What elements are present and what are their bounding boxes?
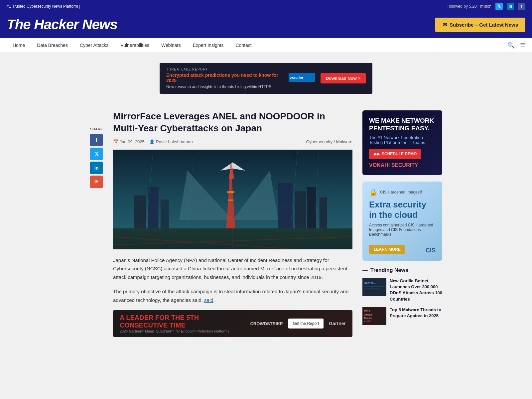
said-link[interactable]: said <box>204 297 213 303</box>
ad-pentest-headline: WE MAKE NETWORK PENTESTING EASY. <box>369 117 436 132</box>
svg-rect-5 <box>134 195 146 228</box>
nav-vulnerabilities[interactable]: Vulnerabilities <box>114 38 155 53</box>
trending-title-text: Trending News <box>370 267 408 273</box>
svg-text:TOP 5: TOP 5 <box>364 310 370 312</box>
inline-ad-title: A LEADER FOR THE 5TH CONSECUTIVE TIME <box>120 314 245 329</box>
main-container: SHARE f 𝕏 in ⟳ MirrorFace Leverages ANEL… <box>83 104 449 347</box>
subscribe-button[interactable]: Subscribe – Get Latest News <box>435 18 525 32</box>
svg-rect-9 <box>295 191 306 228</box>
vonahi-logo: VONAHI SECURITY <box>369 162 436 168</box>
top-bar-right: Followed by 5.20+ million 𝕏 in f <box>447 3 525 10</box>
twitter-share-button[interactable]: 𝕏 <box>90 148 103 160</box>
svg-text:Threats: Threats <box>364 317 372 319</box>
followed-text: Followed by 5.20+ million <box>447 4 491 9</box>
ad-pentest-title: WE MAKE NETWORK PENTESTING EASY. The #1 … <box>369 117 436 145</box>
schedule-demo-label: SCHEDULE DEMO <box>382 152 417 156</box>
cis-title: Extra security in the cloud <box>369 200 436 220</box>
inline-ad-logo: CROWDSTRIKE <box>250 321 283 326</box>
zscaler-logo-svg: zscaler <box>289 73 315 82</box>
inline-ad-crowdstrike[interactable]: A LEADER FOR THE 5TH CONSECUTIVE TIME 20… <box>113 310 352 337</box>
banner-ad-content: THREATLABZ REPORT Encrypted attack predi… <box>166 67 283 89</box>
article-meta-left: Jan 09, 2025 Ravie Lakshmanan <box>113 139 193 144</box>
article-p2-text: The primary objective of the attack camp… <box>113 289 348 303</box>
trending-text-0[interactable]: New Gorilla Botnet Launches Over 300,000… <box>390 278 442 302</box>
search-icon[interactable]: 🔍 <box>507 42 515 49</box>
article-author: Ravie Lakshmanan <box>149 139 193 144</box>
trending-item-1[interactable]: TOP 5 Malware Threats in 2025 Top 5 Malw… <box>362 307 442 325</box>
site-title[interactable]: The Hacker News <box>7 17 117 33</box>
banner-sub: New research and insights into threats h… <box>166 84 283 89</box>
ad-cis-content: 🔒 CIS Hardened Images® Extra security in… <box>362 182 442 261</box>
trending-thumb-0: Botnet... <box>362 278 386 296</box>
article-body: Japan's National Police Agency (NPA) and… <box>113 256 352 305</box>
menu-icon[interactable]: ☰ <box>520 42 525 49</box>
trending-section: Trending News Botnet... New Gorilla Botn… <box>362 267 442 325</box>
nav-webinars[interactable]: Webinars <box>155 38 187 53</box>
top-bar: #1 Trusted Cybersecurity News Platform |… <box>0 0 532 13</box>
sidebar-ad-pentest: WE MAKE NETWORK PENTESTING EASY. The #1 … <box>362 110 442 175</box>
linkedin-icon[interactable]: in <box>507 3 514 10</box>
facebook-share-button[interactable]: f <box>90 134 103 146</box>
ad-pentest-footer: ▶▶ SCHEDULE DEMO VONAHI SECURITY <box>369 145 436 168</box>
svg-rect-28 <box>364 290 383 290</box>
svg-rect-27 <box>364 288 380 289</box>
banner-download-button[interactable]: Download Now > <box>321 73 366 83</box>
banner-ad: THREATLABZ REPORT Encrypted attack predi… <box>160 63 372 94</box>
nav: Home Data Breaches Cyber Attacks Vulnera… <box>0 38 532 53</box>
article-paragraph-1: Japan's National Police Agency (NPA) and… <box>113 256 352 282</box>
cis-icon: 🔒 <box>369 188 377 196</box>
inline-ad-text: A LEADER FOR THE 5TH CONSECUTIVE TIME 20… <box>120 314 245 333</box>
svg-text:zscaler: zscaler <box>290 75 304 80</box>
twitter-icon[interactable]: 𝕏 <box>495 3 503 10</box>
cis-sub: Access containerized CIS Hardened Images… <box>369 223 436 237</box>
cityscape-svg <box>113 150 352 249</box>
banner-headline: Encrypted attack predictions you need to… <box>166 72 283 83</box>
botnet-thumbnail: Botnet... <box>362 278 386 296</box>
cis-learn-more-button[interactable]: LEARN MORE <box>369 245 405 254</box>
article-hero-image <box>113 150 352 249</box>
ad-cis-top: 🔒 CIS Hardened Images® <box>369 188 436 196</box>
svg-text:Malware: Malware <box>364 314 373 316</box>
article-title: MirrorFace Leverages ANEL and NOOPDOOR i… <box>113 110 352 135</box>
svg-rect-24 <box>362 278 386 296</box>
nav-icons: 🔍 ☰ <box>507 42 525 49</box>
article-paragraph-2: The primary objective of the attack camp… <box>113 287 352 304</box>
banner-label: THREATLABZ REPORT <box>166 67 283 71</box>
article-meta: Jan 09, 2025 Ravie Lakshmanan Cybersecur… <box>113 139 352 144</box>
svg-rect-11 <box>320 198 327 228</box>
svg-rect-15 <box>228 200 233 201</box>
nav-contact[interactable]: Contact <box>229 38 257 53</box>
trending-title: Trending News <box>362 267 442 273</box>
nav-expert-insights[interactable]: Expert Insights <box>187 38 230 53</box>
trending-text-1[interactable]: Top 5 Malware Threats to Prepare Against… <box>390 307 442 319</box>
header: The Hacker News Subscribe – Get Latest N… <box>0 13 532 38</box>
svg-rect-6 <box>148 187 159 228</box>
article-img-inner <box>113 150 352 249</box>
inline-ad-button[interactable]: Get the Report <box>288 319 324 329</box>
linkedin-share-button[interactable]: in <box>90 162 103 174</box>
share-label: SHARE <box>90 127 103 131</box>
svg-text:Botnet...: Botnet... <box>364 281 376 285</box>
gartner-logo: Gartner <box>329 321 346 326</box>
nav-links: Home Data Breaches Cyber Attacks Vulnera… <box>7 38 258 53</box>
ad-pentest-content: WE MAKE NETWORK PENTESTING EASY. The #1 … <box>362 110 442 175</box>
nav-home[interactable]: Home <box>7 38 31 53</box>
trending-item-0[interactable]: Botnet... New Gorilla Botnet Launches Ov… <box>362 278 442 302</box>
banner-logo: zscaler <box>289 73 315 84</box>
svg-rect-8 <box>278 183 293 228</box>
facebook-icon[interactable]: f <box>518 3 525 10</box>
sidebar-ad-cis: 🔒 CIS Hardened Images® Extra security in… <box>362 182 442 261</box>
generic-share-button[interactable]: ⟳ <box>90 176 103 188</box>
svg-rect-10 <box>307 187 316 228</box>
article-area: MirrorFace Leverages ANEL and NOOPDOOR i… <box>113 110 352 340</box>
inline-ad-sub: 2024 Gartner® Magic Quadrant™ for Endpoi… <box>120 329 245 333</box>
nav-data-breaches[interactable]: Data Breaches <box>31 38 74 53</box>
svg-text:in 2025: in 2025 <box>364 320 371 323</box>
svg-rect-26 <box>364 286 385 287</box>
svg-rect-14 <box>227 191 234 193</box>
nav-cyber-attacks[interactable]: Cyber Attacks <box>74 38 114 53</box>
sidebar: WE MAKE NETWORK PENTESTING EASY. The #1 … <box>362 110 442 340</box>
trending-thumb-1: TOP 5 Malware Threats in 2025 <box>362 307 386 325</box>
schedule-demo-button[interactable]: ▶▶ SCHEDULE DEMO <box>369 149 421 159</box>
cis-label: CIS Hardened Images® <box>380 190 423 195</box>
